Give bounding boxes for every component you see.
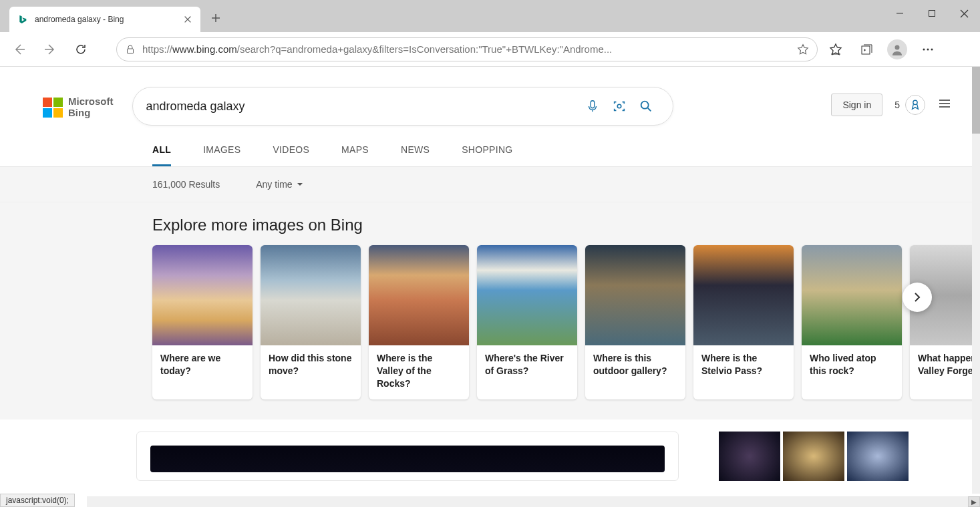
hamburger-menu-button[interactable] [937, 96, 952, 114]
card-image [369, 245, 469, 345]
rewards-widget[interactable]: 5 [894, 95, 925, 115]
header-right: Sign in 5 [831, 94, 972, 116]
bing-favicon-icon [17, 14, 28, 25]
scroll-right-arrow[interactable]: ▶ [968, 496, 980, 507]
chevron-right-icon [911, 291, 923, 303]
page-content: MicrosoftBing Sign in 5 ALL IMAGES VIDEO… [0, 67, 972, 494]
tab-videos[interactable]: VIDEOS [273, 144, 309, 166]
card-title: How did this stone move? [261, 345, 361, 396]
svg-point-9 [641, 102, 648, 109]
card-title: Where are we today? [152, 345, 253, 396]
image-search-button[interactable] [606, 93, 633, 120]
card-title: Where is this outdoor gallery? [585, 345, 685, 396]
result-meta-bar: 161,000 Results Any time [0, 167, 972, 202]
svg-point-6 [931, 48, 933, 50]
thumbnail[interactable] [847, 432, 909, 481]
tab-title: andromeda galaxy - Bing [35, 15, 176, 24]
search-box [132, 87, 673, 126]
tab-all[interactable]: ALL [152, 144, 171, 166]
explore-card[interactable]: Who lived atop this rock? [802, 245, 902, 399]
card-image [802, 245, 902, 345]
horizontal-scrollbar[interactable]: ▶ [87, 496, 980, 507]
search-header: MicrosoftBing Sign in 5 [0, 67, 972, 126]
minimize-button[interactable] [884, 0, 916, 27]
profile-button[interactable] [884, 37, 910, 62]
bing-logo[interactable]: MicrosoftBing [43, 96, 114, 118]
close-tab-icon[interactable] [183, 15, 192, 24]
tab-maps[interactable]: MAPS [341, 144, 369, 166]
explore-cards-row: Where are we today? How did this stone m… [152, 245, 972, 399]
explore-card[interactable]: Where is the Stelvio Pass? [693, 245, 794, 399]
tab-images[interactable]: IMAGES [203, 144, 240, 166]
back-button[interactable] [7, 37, 32, 62]
results-count: 161,000 Results [152, 179, 220, 190]
search-icon [639, 99, 653, 114]
new-tab-button[interactable] [206, 8, 226, 28]
favorite-star-icon[interactable] [797, 43, 809, 55]
window-titlebar: andromeda galaxy - Bing [0, 0, 980, 32]
favorites-button[interactable] [823, 37, 848, 62]
search-button[interactable] [633, 93, 659, 120]
thumbnail[interactable] [719, 432, 780, 481]
svg-rect-7 [591, 101, 595, 108]
card-image [585, 245, 685, 345]
main-results-area [0, 419, 972, 481]
card-title: Where's the River of Grass? [477, 345, 577, 396]
tab-shopping[interactable]: SHOPPING [462, 144, 512, 166]
explore-card[interactable]: What happened at Valley Forge? [910, 245, 972, 399]
card-title: What happened at Valley Forge? [910, 345, 972, 396]
card-image [152, 245, 253, 345]
menu-icon [937, 96, 952, 111]
svg-point-3 [895, 45, 900, 49]
svg-point-5 [927, 48, 929, 50]
menu-button[interactable] [915, 37, 941, 62]
explore-card[interactable]: How did this stone move? [261, 245, 361, 399]
search-input[interactable] [146, 100, 579, 114]
primary-result-card[interactable] [136, 432, 679, 481]
forward-button[interactable] [37, 37, 63, 62]
time-filter-dropdown[interactable]: Any time [256, 179, 303, 190]
svg-rect-0 [929, 11, 935, 17]
side-thumbnails [719, 432, 909, 481]
svg-rect-1 [128, 49, 134, 53]
thumbnail[interactable] [783, 432, 844, 481]
explore-card[interactable]: Where is the Valley of the Rocks? [369, 245, 469, 399]
rewards-icon [905, 95, 925, 115]
hero-image [150, 446, 665, 472]
close-window-button[interactable] [948, 0, 980, 27]
person-icon [890, 43, 904, 56]
explore-card[interactable]: Where are we today? [152, 245, 253, 399]
scrollbar-thumb[interactable] [972, 67, 980, 134]
vertical-scrollbar[interactable] [972, 67, 980, 494]
chevron-down-icon [297, 181, 303, 188]
tab-news[interactable]: NEWS [401, 144, 430, 166]
url-text: https://www.bing.com/search?q=andromeda+… [142, 43, 790, 55]
status-bar: javascript:void(0); [0, 494, 75, 507]
voice-search-button[interactable] [579, 93, 606, 120]
microphone-icon [585, 99, 600, 114]
svg-point-10 [913, 100, 917, 104]
explore-section: Explore more images on Bing Where are we… [0, 202, 972, 419]
browser-tab[interactable]: andromeda galaxy - Bing [9, 7, 200, 32]
explore-heading: Explore more images on Bing [152, 216, 972, 234]
explore-card[interactable]: Where is this outdoor gallery? [585, 245, 685, 399]
address-bar[interactable]: https://www.bing.com/search?q=andromeda+… [116, 37, 818, 61]
microsoft-logo-icon [43, 98, 63, 118]
lock-icon [125, 44, 136, 55]
refresh-button[interactable] [68, 37, 94, 62]
search-category-tabs: ALL IMAGES VIDEOS MAPS NEWS SHOPPING [0, 126, 972, 167]
card-image [477, 245, 577, 345]
time-filter-label: Any time [256, 179, 292, 190]
explore-card[interactable]: Where's the River of Grass? [477, 245, 577, 399]
svg-point-8 [617, 104, 621, 108]
logo-text: MicrosoftBing [68, 96, 114, 118]
browser-toolbar: https://www.bing.com/search?q=andromeda+… [0, 32, 980, 67]
signin-button[interactable]: Sign in [831, 94, 882, 116]
window-controls [884, 0, 980, 27]
svg-point-4 [923, 48, 925, 50]
rewards-count: 5 [894, 100, 900, 110]
carousel-next-button[interactable] [903, 283, 932, 312]
maximize-button[interactable] [916, 0, 948, 27]
collections-button[interactable] [854, 37, 879, 62]
card-title: Who lived atop this rock? [802, 345, 902, 396]
